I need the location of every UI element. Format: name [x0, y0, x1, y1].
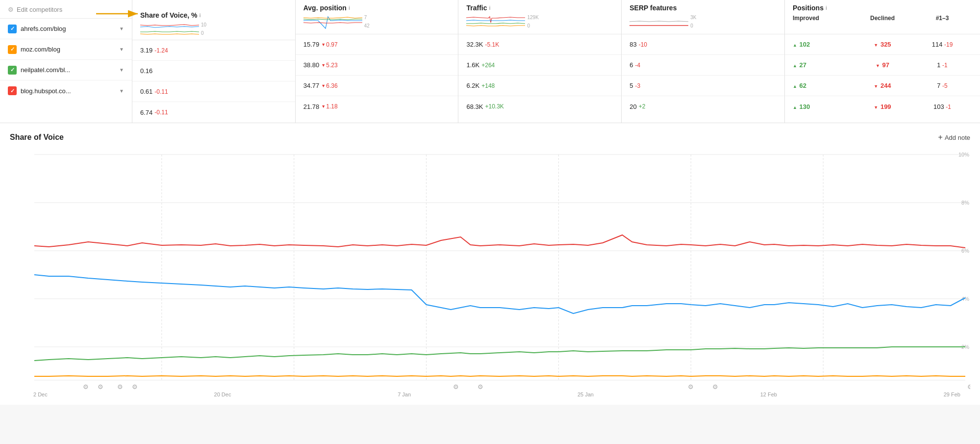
traffic-val-3: 68.3K	[466, 103, 483, 110]
positions-title-text: Positions	[793, 4, 824, 12]
dropdown-arrow-ahrefs[interactable]: ▼	[119, 26, 124, 31]
traffic-change-3: +10.3K	[485, 103, 503, 110]
checkbox-hubspot[interactable]: ✓	[8, 86, 17, 95]
checkbox-moz[interactable]: ✓	[8, 45, 17, 54]
serp-val-3: 20	[629, 103, 636, 110]
avgpos-val-2: 34.77	[303, 82, 320, 89]
positions-improved-0: ▲ 102	[793, 41, 853, 48]
svg-text:⚙: ⚙	[967, 383, 970, 390]
avgpos-cell-1: 38.80 ▼ 5.23	[296, 55, 458, 76]
orange-arrow-icon	[96, 6, 145, 21]
avgpos-trend-0: ▼	[321, 42, 326, 47]
traffic-cell-1: 1.6K +264	[458, 55, 621, 76]
x-label-2: 7 Jan	[398, 392, 411, 397]
avgpos-change-3: 1.18	[326, 103, 337, 110]
serp-cell-2: 5 -3	[622, 76, 784, 96]
svg-text:10%: 10%	[958, 152, 969, 157]
positions-top3-2: 7 -5	[912, 82, 972, 89]
traffic-val-0: 32.3K	[466, 41, 483, 48]
avgpos-cell-2: 34.77 ▼ 6.36	[296, 76, 458, 96]
positions-top3-0: 114 -19	[912, 41, 972, 48]
svg-text:⚙: ⚙	[83, 383, 89, 390]
add-note-label: Add note	[945, 134, 970, 141]
traffic-column: Traffic i 129K 0	[458, 0, 622, 123]
traffic-val-1: 1.6K	[466, 61, 479, 69]
traffic-cell-2: 6.2K +148	[458, 76, 621, 96]
avgpos-title: Avg. position i	[303, 4, 451, 12]
competitor-row-ahrefs: ✓ ahrefs.com/blog ▼	[0, 19, 132, 39]
serp-chart-max: 3K	[690, 15, 696, 20]
svg-text:⚙: ⚙	[712, 383, 718, 390]
checkbox-ahrefs[interactable]: ✓	[8, 25, 17, 33]
pos-subheader-top3: #1–3	[912, 15, 972, 22]
serp-cell-0: 83 -10	[622, 34, 784, 55]
traffic-info-icon[interactable]: i	[489, 5, 490, 11]
serp-title-text: SERP features	[629, 4, 677, 12]
avgpos-chart-max: 7	[364, 15, 370, 20]
sov-cell-3: 6.74 -0.11	[132, 102, 295, 123]
positions-declined-3: ▼ 199	[853, 103, 912, 110]
avgpos-title-text: Avg. position	[303, 4, 347, 12]
traffic-title-text: Traffic	[466, 4, 487, 12]
top-section: ⚙ Edit competitors ✓ ahrefs.com/blog ▼ ✓…	[0, 0, 980, 123]
avgpos-val-0: 15.79	[303, 41, 320, 48]
positions-info-icon[interactable]: i	[826, 5, 827, 11]
x-label-3: 25 Jan	[578, 392, 594, 397]
positions-cell-3: ▲ 130 ▼ 199 103 -1	[785, 96, 980, 117]
sov-chart-min: 0	[201, 30, 206, 36]
positions-top3-1: 1 -1	[912, 61, 972, 69]
svg-text:⚙: ⚙	[688, 383, 694, 390]
traffic-cell-0: 32.3K -5.1K	[458, 34, 621, 55]
metrics-grid: Share of Voice, % i	[132, 0, 980, 123]
positions-declined-0: ▼ 325	[853, 41, 912, 48]
sov-val-1: 0.16	[140, 67, 152, 75]
plus-icon: +	[938, 133, 943, 142]
chart-title: Share of Voice	[10, 133, 64, 142]
avgpos-chart-min: 42	[364, 23, 370, 28]
positions-declined-1: ▼ 97	[853, 61, 912, 69]
serp-val-2: 5	[629, 82, 633, 89]
dropdown-arrow-hubspot[interactable]: ▼	[119, 88, 124, 94]
avgpos-info-icon[interactable]: i	[349, 5, 350, 11]
chart-section: Share of Voice + Add note	[0, 123, 980, 405]
sov-info-icon[interactable]: i	[199, 12, 201, 18]
main-container: ⚙ Edit competitors ✓ ahrefs.com/blog ▼ ✓…	[0, 0, 980, 444]
dropdown-arrow-neilpatel[interactable]: ▼	[119, 67, 124, 73]
positions-declined-2: ▼ 244	[853, 82, 912, 89]
checkbox-neilpatel[interactable]: ✓	[8, 66, 17, 75]
avgpos-val-3: 21.78	[303, 103, 320, 110]
competitor-row-moz: ✓ moz.com/blog ▼	[0, 39, 132, 60]
sov-chart-max: 10	[201, 22, 206, 27]
competitor-row-neilpatel: ✓ neilpatel.com/bl... ▼	[0, 60, 132, 80]
dropdown-arrow-moz[interactable]: ▼	[119, 47, 124, 52]
sov-title: Share of Voice, % i	[140, 11, 287, 19]
sov-column: Share of Voice, % i	[132, 0, 296, 123]
competitor-name-hubspot: blog.hubspot.co...	[21, 87, 115, 95]
sov-mini-chart: 10 0	[140, 21, 287, 37]
pos-subheader-improved: Improved	[793, 15, 853, 22]
sov-title-text: Share of Voice, %	[140, 11, 197, 19]
avgpos-change-1: 5.23	[326, 62, 337, 69]
avgpos-change-0: 0.97	[326, 41, 337, 48]
serp-val-1: 6	[629, 61, 633, 69]
traffic-change-1: +264	[481, 62, 495, 69]
sov-cell-1: 0.16	[132, 61, 295, 81]
x-label-0: 2 Dec	[33, 392, 48, 397]
serp-title: SERP features	[629, 4, 777, 12]
traffic-chart-min: 0	[527, 23, 538, 28]
x-label-5: 29 Feb	[944, 392, 960, 397]
svg-text:⚙: ⚙	[132, 383, 138, 390]
traffic-cell-3: 68.3K +10.3K	[458, 96, 621, 117]
competitor-name-moz: moz.com/blog	[21, 46, 115, 53]
avgpos-cell-3: 21.78 ▼ 1.18	[296, 96, 458, 117]
positions-cell-2: ▲ 62 ▼ 244 7 -5	[785, 76, 980, 96]
traffic-chart-max: 129K	[527, 15, 538, 20]
avgpos-val-1: 38.80	[303, 61, 320, 69]
add-note-button[interactable]: + Add note	[938, 133, 970, 142]
positions-cell-0: ▲ 102 ▼ 325 114 -19	[785, 34, 980, 55]
positions-header: Positions i Improved Declined #1–3	[785, 0, 980, 34]
svg-text:8%: 8%	[961, 200, 969, 206]
traffic-title: Traffic i	[466, 4, 613, 12]
positions-top3-3: 103 -1	[912, 103, 972, 110]
serp-change-2: -3	[635, 82, 640, 89]
